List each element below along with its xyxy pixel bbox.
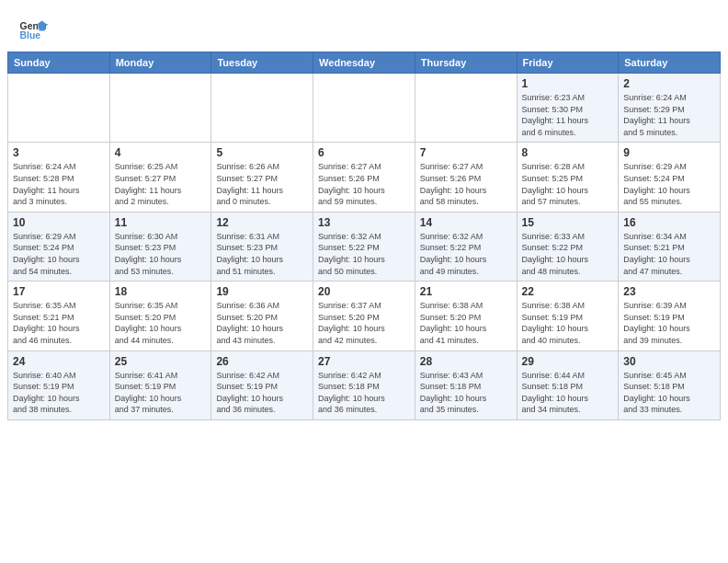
day-header-friday: Friday — [517, 52, 619, 74]
day-info: Sunrise: 6:42 AM Sunset: 5:18 PM Dayligh… — [318, 370, 410, 416]
day-number: 6 — [318, 146, 410, 159]
day-info: Sunrise: 6:24 AM Sunset: 5:28 PM Dayligh… — [13, 161, 105, 207]
day-number: 8 — [522, 146, 614, 159]
day-cell-20: 20Sunrise: 6:37 AM Sunset: 5:20 PM Dayli… — [313, 282, 415, 350]
day-cell-22: 22Sunrise: 6:38 AM Sunset: 5:19 PM Dayli… — [517, 282, 619, 350]
day-info: Sunrise: 6:27 AM Sunset: 5:26 PM Dayligh… — [318, 161, 410, 207]
day-header-wednesday: Wednesday — [313, 52, 415, 74]
day-info: Sunrise: 6:32 AM Sunset: 5:22 PM Dayligh… — [318, 231, 410, 277]
day-header-sunday: Sunday — [8, 52, 110, 74]
day-cell-17: 17Sunrise: 6:35 AM Sunset: 5:21 PM Dayli… — [8, 282, 110, 350]
day-number: 14 — [420, 216, 512, 229]
day-info: Sunrise: 6:36 AM Sunset: 5:20 PM Dayligh… — [216, 300, 308, 346]
week-row: 17Sunrise: 6:35 AM Sunset: 5:21 PM Dayli… — [8, 282, 721, 350]
day-info: Sunrise: 6:34 AM Sunset: 5:21 PM Dayligh… — [623, 231, 715, 277]
days-header: SundayMondayTuesdayWednesdayThursdayFrid… — [8, 52, 721, 74]
week-row: 1Sunrise: 6:23 AM Sunset: 5:30 PM Daylig… — [8, 74, 721, 143]
day-number: 12 — [216, 216, 308, 229]
day-info: Sunrise: 6:42 AM Sunset: 5:19 PM Dayligh… — [216, 370, 308, 416]
day-cell-11: 11Sunrise: 6:30 AM Sunset: 5:23 PM Dayli… — [109, 212, 211, 281]
day-header-monday: Monday — [109, 52, 211, 74]
day-cell-15: 15Sunrise: 6:33 AM Sunset: 5:22 PM Dayli… — [517, 212, 619, 281]
day-info: Sunrise: 6:38 AM Sunset: 5:20 PM Dayligh… — [420, 300, 512, 346]
day-info: Sunrise: 6:40 AM Sunset: 5:19 PM Dayligh… — [13, 370, 105, 416]
day-number: 10 — [13, 216, 105, 229]
header: General Blue — [0, 0, 728, 52]
day-number: 28 — [420, 355, 512, 368]
day-info: Sunrise: 6:25 AM Sunset: 5:27 PM Dayligh… — [115, 161, 207, 207]
day-info: Sunrise: 6:35 AM Sunset: 5:21 PM Dayligh… — [13, 300, 105, 346]
day-number: 2 — [623, 77, 715, 90]
day-info: Sunrise: 6:44 AM Sunset: 5:18 PM Dayligh… — [522, 370, 614, 416]
day-info: Sunrise: 6:45 AM Sunset: 5:18 PM Dayligh… — [623, 370, 715, 416]
day-cell-19: 19Sunrise: 6:36 AM Sunset: 5:20 PM Dayli… — [211, 282, 313, 350]
day-number: 15 — [522, 216, 614, 229]
day-number: 13 — [318, 216, 410, 229]
day-cell-21: 21Sunrise: 6:38 AM Sunset: 5:20 PM Dayli… — [415, 282, 517, 350]
day-info: Sunrise: 6:31 AM Sunset: 5:23 PM Dayligh… — [216, 231, 308, 277]
day-number: 4 — [115, 146, 207, 159]
day-header-tuesday: Tuesday — [211, 52, 313, 74]
svg-text:Blue: Blue — [20, 30, 41, 40]
day-number: 25 — [115, 355, 207, 368]
day-number: 29 — [522, 355, 614, 368]
day-number: 23 — [623, 285, 715, 298]
day-cell-6: 6Sunrise: 6:27 AM Sunset: 5:26 PM Daylig… — [313, 143, 415, 212]
day-number: 30 — [623, 355, 715, 368]
day-number: 3 — [13, 146, 105, 159]
day-info: Sunrise: 6:29 AM Sunset: 5:24 PM Dayligh… — [13, 231, 105, 277]
day-info: Sunrise: 6:30 AM Sunset: 5:23 PM Dayligh… — [115, 231, 207, 277]
day-number: 27 — [318, 355, 410, 368]
day-cell-8: 8Sunrise: 6:28 AM Sunset: 5:25 PM Daylig… — [517, 143, 619, 212]
day-info: Sunrise: 6:35 AM Sunset: 5:20 PM Dayligh… — [115, 300, 207, 346]
calendar: SundayMondayTuesdayWednesdayThursdayFrid… — [7, 52, 721, 420]
day-cell-2: 2Sunrise: 6:24 AM Sunset: 5:29 PM Daylig… — [619, 74, 721, 143]
day-number: 17 — [13, 285, 105, 298]
empty-cell — [313, 74, 415, 143]
day-info: Sunrise: 6:33 AM Sunset: 5:22 PM Dayligh… — [522, 231, 614, 277]
day-cell-28: 28Sunrise: 6:43 AM Sunset: 5:18 PM Dayli… — [415, 350, 517, 419]
day-info: Sunrise: 6:29 AM Sunset: 5:24 PM Dayligh… — [623, 161, 715, 207]
empty-cell — [211, 74, 313, 143]
week-row: 24Sunrise: 6:40 AM Sunset: 5:19 PM Dayli… — [8, 350, 721, 419]
day-cell-18: 18Sunrise: 6:35 AM Sunset: 5:20 PM Dayli… — [109, 282, 211, 350]
day-number: 16 — [623, 216, 715, 229]
day-header-saturday: Saturday — [619, 52, 721, 74]
day-info: Sunrise: 6:38 AM Sunset: 5:19 PM Dayligh… — [522, 300, 614, 346]
day-cell-24: 24Sunrise: 6:40 AM Sunset: 5:19 PM Dayli… — [8, 350, 110, 419]
day-number: 1 — [522, 77, 614, 90]
day-cell-3: 3Sunrise: 6:24 AM Sunset: 5:28 PM Daylig… — [8, 143, 110, 212]
day-number: 9 — [623, 146, 715, 159]
day-info: Sunrise: 6:26 AM Sunset: 5:27 PM Dayligh… — [216, 161, 308, 207]
day-cell-25: 25Sunrise: 6:41 AM Sunset: 5:19 PM Dayli… — [109, 350, 211, 419]
day-info: Sunrise: 6:39 AM Sunset: 5:19 PM Dayligh… — [623, 300, 715, 346]
day-info: Sunrise: 6:37 AM Sunset: 5:20 PM Dayligh… — [318, 300, 410, 346]
day-cell-5: 5Sunrise: 6:26 AM Sunset: 5:27 PM Daylig… — [211, 143, 313, 212]
day-number: 20 — [318, 285, 410, 298]
day-info: Sunrise: 6:23 AM Sunset: 5:30 PM Dayligh… — [522, 92, 614, 138]
day-cell-1: 1Sunrise: 6:23 AM Sunset: 5:30 PM Daylig… — [517, 74, 619, 143]
day-info: Sunrise: 6:43 AM Sunset: 5:18 PM Dayligh… — [420, 370, 512, 416]
day-info: Sunrise: 6:41 AM Sunset: 5:19 PM Dayligh… — [115, 370, 207, 416]
day-cell-12: 12Sunrise: 6:31 AM Sunset: 5:23 PM Dayli… — [211, 212, 313, 281]
day-number: 5 — [216, 146, 308, 159]
week-row: 3Sunrise: 6:24 AM Sunset: 5:28 PM Daylig… — [8, 143, 721, 212]
empty-cell — [109, 74, 211, 143]
day-number: 18 — [115, 285, 207, 298]
day-info: Sunrise: 6:28 AM Sunset: 5:25 PM Dayligh… — [522, 161, 614, 207]
day-cell-26: 26Sunrise: 6:42 AM Sunset: 5:19 PM Dayli… — [211, 350, 313, 419]
day-number: 21 — [420, 285, 512, 298]
day-cell-4: 4Sunrise: 6:25 AM Sunset: 5:27 PM Daylig… — [109, 143, 211, 212]
day-number: 19 — [216, 285, 308, 298]
day-cell-29: 29Sunrise: 6:44 AM Sunset: 5:18 PM Dayli… — [517, 350, 619, 419]
day-info: Sunrise: 6:32 AM Sunset: 5:22 PM Dayligh… — [420, 231, 512, 277]
day-cell-7: 7Sunrise: 6:27 AM Sunset: 5:26 PM Daylig… — [415, 143, 517, 212]
day-number: 11 — [115, 216, 207, 229]
day-header-thursday: Thursday — [415, 52, 517, 74]
day-cell-9: 9Sunrise: 6:29 AM Sunset: 5:24 PM Daylig… — [619, 143, 721, 212]
day-info: Sunrise: 6:24 AM Sunset: 5:29 PM Dayligh… — [623, 92, 715, 138]
day-number: 26 — [216, 355, 308, 368]
day-cell-30: 30Sunrise: 6:45 AM Sunset: 5:18 PM Dayli… — [619, 350, 721, 419]
day-number: 24 — [13, 355, 105, 368]
day-cell-14: 14Sunrise: 6:32 AM Sunset: 5:22 PM Dayli… — [415, 212, 517, 281]
